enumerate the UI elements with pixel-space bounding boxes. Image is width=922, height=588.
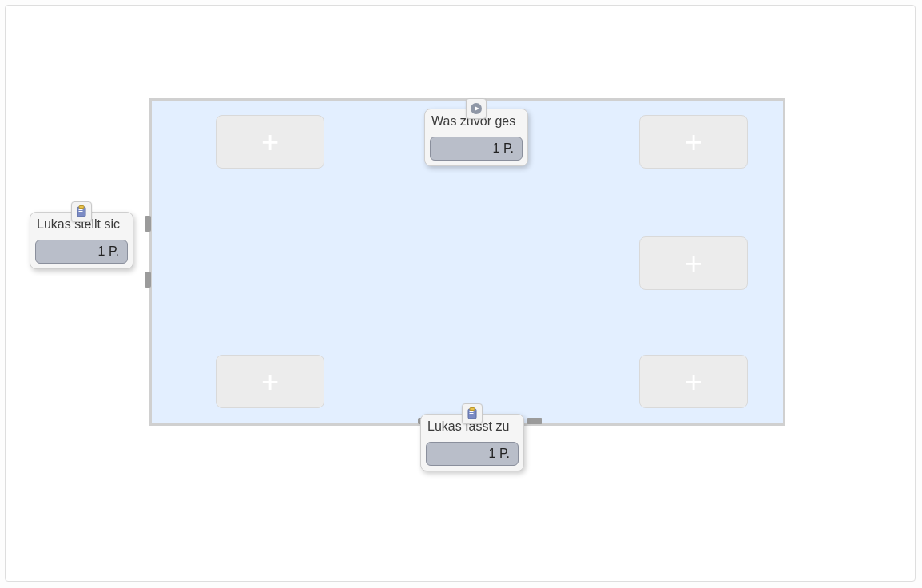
svg-rect-6 (79, 213, 83, 213)
card-points: 1 P. (430, 137, 523, 161)
svg-rect-10 (470, 413, 474, 414)
clipboard-icon (462, 403, 483, 424)
slot-top-right[interactable]: + (639, 115, 748, 169)
plus-icon: + (261, 127, 279, 157)
editor-panel: + + + + + Was zuvor ges 1 P. (5, 5, 916, 582)
svg-rect-5 (79, 211, 83, 212)
card-was-zuvor[interactable]: Was zuvor ges 1 P. (424, 109, 528, 166)
plus-icon: + (685, 367, 702, 397)
svg-rect-8 (470, 408, 475, 411)
connector-tab (145, 272, 151, 288)
play-icon (466, 98, 487, 119)
card-lukas-stellt[interactable]: Lukas stellt sic 1 P. (30, 212, 133, 269)
plus-icon: + (261, 367, 279, 397)
plus-icon: + (685, 127, 702, 157)
svg-rect-4 (79, 209, 83, 210)
svg-rect-3 (79, 206, 84, 209)
svg-rect-11 (470, 415, 474, 415)
slot-bottom-left[interactable]: + (216, 355, 324, 408)
slot-middle-right[interactable]: + (639, 236, 748, 290)
connector-tab (527, 418, 542, 424)
card-points: 1 P. (35, 240, 128, 264)
clipboard-icon (71, 201, 92, 222)
plus-icon: + (685, 248, 702, 279)
connector-tab (145, 216, 151, 232)
card-lukas-fasst[interactable]: Lukas fasst zu 1 P. (420, 414, 524, 471)
slot-bottom-right[interactable]: + (639, 355, 748, 408)
svg-rect-9 (470, 411, 474, 412)
card-points: 1 P. (426, 442, 519, 466)
slot-top-left[interactable]: + (216, 115, 324, 169)
